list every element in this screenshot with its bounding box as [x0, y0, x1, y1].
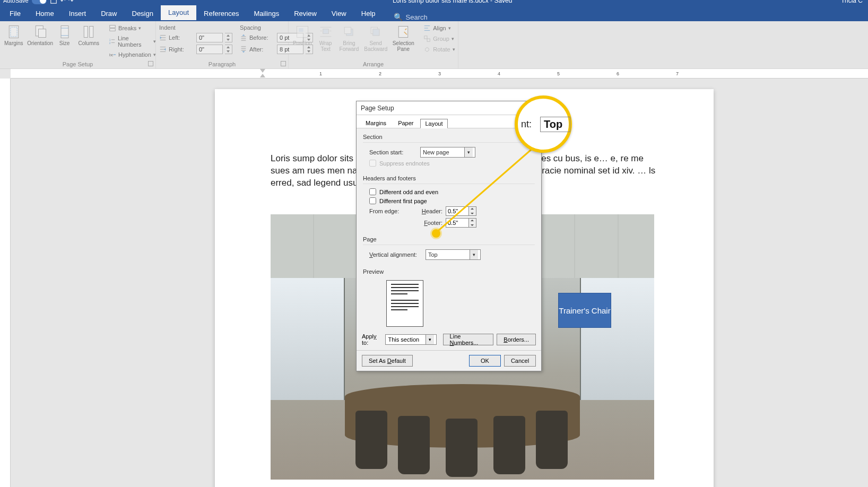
indent-left-icon — [159, 34, 167, 41]
spinner-icon[interactable] — [469, 206, 476, 216]
diff-odd-even-checkbox[interactable] — [369, 188, 376, 195]
line-numbers-dialog-button[interactable]: Line Numbers... — [443, 334, 494, 345]
columns-icon — [81, 24, 96, 39]
apply-to-combo[interactable]: This section ▾ — [385, 334, 436, 345]
dialog-tabs: Margins Paper Layout — [357, 115, 541, 128]
dialog-tab-layout[interactable]: Layout — [420, 119, 447, 128]
tab-help[interactable]: Help — [354, 6, 383, 21]
orientation-icon — [33, 24, 48, 39]
vertical-alignment-combo[interactable]: Top ▾ — [426, 249, 481, 260]
account-name[interactable]: Tricia C — [841, 0, 863, 4]
tab-insert[interactable]: Insert — [62, 6, 94, 21]
group-arrange: Position Wrap Text Bring Forward Send Ba… — [289, 21, 458, 68]
hyphenation-button[interactable]: bc Hyphenation▾ — [107, 50, 158, 59]
line-numbers-icon: 12 — [109, 38, 116, 45]
tab-layout[interactable]: Layout — [161, 5, 196, 21]
indent-right-input[interactable] — [196, 45, 223, 54]
svg-rect-5 — [38, 29, 46, 38]
tab-draw[interactable]: Draw — [93, 6, 124, 21]
ok-button[interactable]: OK — [469, 355, 501, 367]
breaks-button[interactable]: Breaks▾ — [107, 23, 158, 33]
magnifier-value: Top — [540, 117, 570, 132]
vertical-ruler[interactable] — [0, 79, 11, 487]
ruler-tick: 1 — [319, 71, 322, 76]
group-label: Paragraph — [156, 61, 288, 67]
selection-pane-button[interactable]: Selection Pane — [392, 23, 415, 54]
margins-icon — [6, 24, 21, 39]
title-bar: AutoSave ↶ ↷ Loris sump dolor sits mate … — [0, 0, 868, 5]
first-line-indent-marker[interactable] — [260, 69, 265, 77]
chevron-down-icon[interactable]: ▾ — [470, 250, 478, 259]
margins-button[interactable]: Margins — [3, 23, 24, 59]
dialog-launcher-icon[interactable] — [148, 61, 153, 66]
ruler-tick: 4 — [498, 71, 500, 76]
tab-view[interactable]: View — [324, 6, 354, 21]
wrap-text-icon — [318, 24, 333, 39]
headers-footers-heading: Headers and footers — [363, 173, 535, 184]
page-heading: Page — [363, 234, 535, 245]
tab-home[interactable]: Home — [28, 6, 62, 21]
apply-to-label: Apply to: — [362, 333, 382, 346]
svg-rect-18 — [344, 27, 351, 33]
indent-left-field[interactable]: Left: — [159, 33, 232, 42]
autosave-label: AutoSave — [3, 0, 29, 4]
chevron-down-icon: ▾ — [138, 25, 141, 31]
line-numbers-button[interactable]: 12 Line Numbers▾ — [107, 34, 158, 49]
columns-button[interactable]: Columns — [77, 23, 100, 59]
cancel-button[interactable]: Cancel — [504, 355, 536, 367]
chevron-down-icon[interactable]: ▾ — [426, 335, 434, 344]
tab-file[interactable]: File — [2, 6, 28, 21]
svg-rect-22 — [424, 36, 427, 39]
section-start-combo[interactable]: New page ▾ — [420, 147, 475, 158]
tab-review[interactable]: Review — [287, 6, 324, 21]
dialog-launcher-icon[interactable] — [281, 61, 286, 66]
undo-icon[interactable]: ↶ — [60, 0, 65, 4]
page-setup-dialog: Page Setup ? Margins Paper Layout Sectio… — [356, 101, 542, 371]
svg-rect-9 — [110, 25, 116, 28]
size-button[interactable]: Size — [56, 23, 73, 59]
callout-shape[interactable]: Trainer's Chair — [558, 293, 611, 328]
search-placeholder: Search — [406, 13, 428, 21]
suppress-endnotes-label: Suppress endnotes — [379, 160, 430, 167]
ruler-tick: 2 — [379, 71, 381, 76]
svg-rect-10 — [110, 29, 116, 31]
spinner-icon[interactable] — [225, 33, 232, 42]
ruler-tick: 5 — [557, 71, 560, 76]
save-icon[interactable] — [50, 0, 57, 4]
dialog-tab-margins[interactable]: Margins — [361, 118, 391, 128]
autosave-toggle[interactable]: AutoSave ↶ ↷ — [3, 0, 73, 4]
tab-references[interactable]: References — [196, 6, 246, 21]
dialog-title: Page Setup — [361, 105, 394, 112]
dialog-titlebar[interactable]: Page Setup ? — [357, 101, 541, 115]
tab-design[interactable]: Design — [125, 6, 161, 21]
diff-first-page-checkbox[interactable] — [369, 197, 376, 204]
horizontal-ruler[interactable]: 1234567 — [11, 69, 868, 79]
orientation-button[interactable]: Orientation — [29, 23, 52, 59]
spinner-icon[interactable] — [469, 218, 476, 228]
header-spin[interactable] — [446, 206, 476, 216]
from-edge-label: From edge: — [369, 208, 414, 214]
toggle-switch-icon[interactable] — [32, 0, 47, 4]
tab-mailings[interactable]: Mailings — [247, 6, 287, 21]
spinner-icon[interactable] — [225, 45, 232, 54]
indent-right-field[interactable]: Right: — [159, 45, 232, 54]
tell-me-search[interactable]: 🔍 Search — [394, 13, 428, 21]
chevron-down-icon[interactable]: ▾ — [464, 147, 473, 157]
section-heading: Section — [363, 132, 535, 142]
document-title: Loris sump dolor sits mate is.docx - Sav… — [393, 0, 512, 4]
footer-label: Footer: — [417, 220, 442, 226]
group-icon — [423, 35, 431, 42]
set-as-default-button[interactable]: Set As Default — [362, 355, 413, 367]
borders-dialog-button[interactable]: Borders... — [497, 334, 536, 345]
svg-rect-6 — [61, 26, 68, 38]
ruler-tick: 6 — [617, 71, 619, 76]
align-button[interactable]: Align▾ — [421, 23, 457, 33]
preview-heading: Preview — [363, 266, 535, 277]
dialog-tab-paper[interactable]: Paper — [393, 118, 418, 128]
spacing-after-icon — [240, 46, 247, 53]
redo-icon[interactable]: ↷ — [68, 0, 73, 4]
ribbon: Margins Orientation Size Columns Breaks▾ — [0, 21, 868, 69]
svg-rect-8 — [90, 27, 93, 38]
indent-left-input[interactable] — [196, 33, 223, 42]
footer-spin[interactable] — [446, 218, 476, 228]
